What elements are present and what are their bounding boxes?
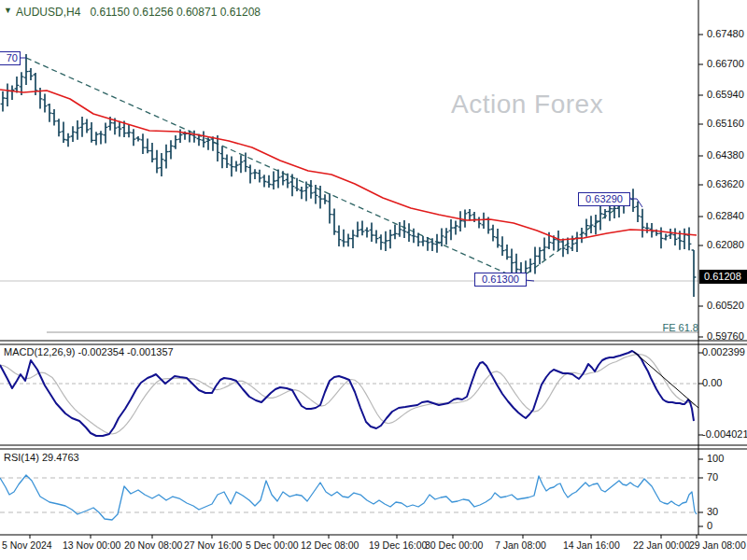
rsi-axis-label: 30 [707, 506, 718, 517]
date-axis-label: 29 Jan 08:00 [689, 539, 746, 551]
date-axis-label: 20 Nov 08:00 [124, 539, 182, 551]
rsi-axis-label: 100 [707, 453, 724, 464]
macd-axis-label: -0.004021 [702, 428, 747, 440]
macd-trendline[interactable] [634, 352, 698, 408]
fibonacci-expansion-label[interactable]: FE 61.8 [652, 322, 698, 333]
chart-title: AUDUSD,H4 0.61150 0.61256 0.60871 0.6120… [16, 6, 261, 19]
date-axis-label: 5 Nov 2024 [2, 539, 52, 551]
rsi-line [0, 475, 697, 520]
date-axis-label: 30 Dec 00:00 [425, 539, 483, 551]
date-axis-label: 27 Nov 16:00 [184, 539, 242, 551]
trading-chart-window: Action Forex ▼ AUDUSD,H4 0.61150 0.61256… [0, 0, 747, 560]
symbol-period-label: AUDUSD,H4 [16, 6, 80, 19]
date-axis-label: 7 Jan 08:00 [495, 539, 546, 551]
macd-main-line [0, 351, 694, 436]
price-axis-label: 0.60520 [707, 300, 744, 311]
chart-canvas [0, 0, 747, 560]
rsi-axis-label: 0 [707, 520, 712, 531]
price-axis-label: 0.65940 [707, 89, 744, 100]
clipped-price-label[interactable]: 70 [0, 51, 21, 65]
price-axis-label: 0.62080 [707, 239, 744, 250]
price-axis-label: 0.67480 [707, 28, 744, 39]
symbol-dropdown-icon[interactable]: ▼ [4, 6, 12, 15]
date-axis-label: 13 Nov 00:00 [63, 539, 120, 551]
rsi-indicator-label: RSI(14) 29.4763 [4, 452, 79, 463]
price-axis-label: 0.62840 [707, 210, 744, 221]
price-axis-label: 0.65160 [707, 118, 744, 129]
rsi-axis-label: 70 [707, 471, 718, 483]
resistance-price-label[interactable]: 0.63290 [578, 192, 630, 206]
date-axis-label: 19 Dec 16:00 [369, 539, 427, 551]
macd-indicator-label: MACD(12,26,9) -0.002354 -0.001357 [4, 346, 174, 357]
date-axis-label: 22 Jan 00:00 [633, 539, 690, 551]
macd-axis-label: 0.002399 [702, 346, 745, 357]
macd-axis-label: 0.00 [702, 377, 722, 388]
date-axis-label: 14 Jan 16:00 [563, 539, 620, 551]
date-axis-label: 5 Dec 00:00 [246, 539, 299, 551]
price-bars [3, 54, 694, 297]
down-trendline[interactable] [26, 58, 519, 279]
resistance-label-connector [628, 199, 642, 207]
price-axis-label: 0.59760 [707, 330, 744, 342]
support-price-label[interactable]: 0.61300 [474, 273, 527, 287]
moving-average-line [0, 90, 697, 240]
axis-ticks [30, 35, 703, 539]
price-axis-label: 0.66700 [707, 58, 744, 69]
current-price-tag: 0.61208 [699, 270, 747, 284]
date-axis-label: 12 Dec 08:00 [301, 539, 359, 551]
price-axis-label: 0.64380 [707, 149, 744, 161]
price-axis-label: 0.63620 [707, 178, 744, 189]
ohlc-values: 0.61150 0.61256 0.60871 0.61208 [90, 6, 261, 19]
